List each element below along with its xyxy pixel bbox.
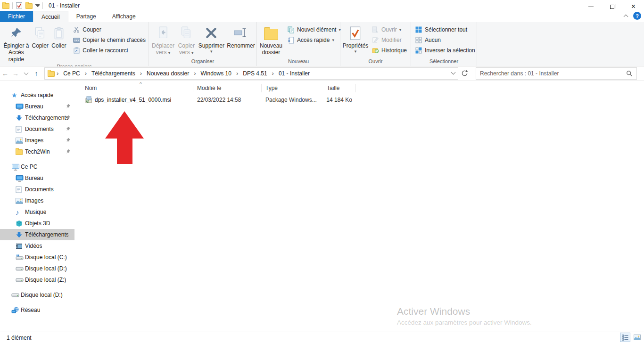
paste-button[interactable]: Coller bbox=[50, 24, 68, 63]
history-button[interactable]: Historique bbox=[370, 45, 409, 56]
msi-package-icon bbox=[85, 96, 92, 104]
breadcrumb-item[interactable]: Téléchargements bbox=[89, 70, 138, 77]
sidebar-item-documents-pc[interactable]: Documents bbox=[0, 184, 74, 195]
button-label: Nouveau dossier bbox=[260, 42, 282, 56]
copy-path-button[interactable]: Copier le chemin d'accès bbox=[71, 35, 148, 45]
collapse-ribbon-icon[interactable] bbox=[624, 15, 628, 19]
quick-access-star-icon: ★ bbox=[11, 91, 21, 99]
breadcrumb-item[interactable]: Nouveau dossier bbox=[144, 70, 192, 77]
select-all-button[interactable]: Sélectionner tout bbox=[413, 24, 477, 35]
sidebar-item-telechargements-qa[interactable]: Téléchargements bbox=[0, 112, 74, 123]
ribbon: Épingler à Accès rapide Copier Coller bbox=[0, 22, 644, 66]
breadcrumb-chevron-icon[interactable]: › bbox=[139, 70, 143, 77]
invert-selection-button[interactable]: Inverser la sélection bbox=[413, 45, 477, 56]
sidebar-section-quick-access[interactable]: ★ Accès rapide bbox=[0, 90, 74, 101]
explorer-window-icon bbox=[2, 3, 9, 9]
dropdown-caret-icon: ▾ bbox=[399, 27, 402, 32]
help-icon[interactable]: ? bbox=[633, 12, 641, 20]
properties-button[interactable]: Propriétés ▾ bbox=[342, 24, 369, 57]
button-label: Copier bbox=[32, 42, 48, 49]
tab-partage[interactable]: Partage bbox=[68, 11, 104, 22]
sidebar-section-disque-d[interactable]: Disque local (D:) bbox=[0, 289, 74, 301]
breadcrumb-item[interactable]: Windows 10 bbox=[198, 70, 234, 77]
sidebar-item-documents-qa[interactable]: Documents bbox=[0, 123, 74, 135]
new-folder-button[interactable]: Nouveau dossier bbox=[259, 24, 283, 57]
rename-button[interactable]: Renommer bbox=[226, 24, 256, 57]
breadcrumb-chevron-icon[interactable]: › bbox=[235, 70, 239, 77]
move-to-button[interactable]: Déplacer vers ▾ bbox=[151, 24, 175, 57]
sidebar-item-tech2win[interactable]: Tech2Win bbox=[0, 146, 74, 157]
sidebar-item-telechargements-pc[interactable]: Téléchargements bbox=[0, 229, 74, 240]
breadcrumb-chevron-icon[interactable]: › bbox=[193, 70, 197, 77]
breadcrumb-item[interactable]: Ce PC bbox=[60, 70, 83, 77]
sidebar-item-bureau[interactable]: Bureau bbox=[0, 101, 74, 112]
sidebar-item-musique[interactable]: ♪ Musique bbox=[0, 206, 74, 218]
move-to-icon bbox=[157, 25, 169, 41]
sidebar-item-bureau-pc[interactable]: Bureau bbox=[0, 172, 74, 184]
sidebar-item-objets-3d[interactable]: Objets 3D bbox=[0, 218, 74, 229]
button-label: Inverser la sélection bbox=[425, 47, 475, 54]
sidebar-item-videos[interactable]: Vidéos bbox=[0, 240, 74, 252]
edit-button[interactable]: Modifier bbox=[370, 35, 409, 45]
sidebar-section-ce-pc[interactable]: Ce PC bbox=[0, 161, 74, 172]
new-item-button[interactable]: Nouvel élément ▾ bbox=[285, 24, 343, 35]
up-button[interactable]: ↑ bbox=[31, 70, 41, 77]
sidebar-item-images-pc[interactable]: Images bbox=[0, 195, 74, 206]
column-header-type[interactable]: Type bbox=[262, 84, 318, 92]
breadcrumb-item[interactable]: 01 - Installer bbox=[276, 70, 313, 77]
sidebar-item-disque-z[interactable]: Disque local (Z:) bbox=[0, 274, 74, 286]
select-none-button[interactable]: Aucun bbox=[413, 35, 477, 45]
copy-button[interactable]: Copier bbox=[31, 24, 50, 63]
sort-ascending-icon[interactable]: ^ bbox=[140, 82, 142, 87]
tab-accueil[interactable]: Accueil bbox=[33, 11, 68, 22]
tab-affichage[interactable]: Affichage bbox=[104, 11, 144, 22]
new-folder-quick-button[interactable] bbox=[25, 3, 33, 9]
customize-toolbar-caret-icon[interactable] bbox=[35, 4, 40, 7]
breadcrumb-chevron-icon[interactable]: › bbox=[271, 70, 275, 77]
quick-access-button[interactable]: Accès rapide ▾ bbox=[285, 35, 343, 45]
search-icon[interactable] bbox=[626, 70, 633, 77]
breadcrumb-item[interactable]: DPS 4.51 bbox=[240, 70, 270, 77]
sidebar-item-disque-d[interactable]: Disque local (D:) bbox=[0, 263, 74, 274]
forward-button[interactable]: → bbox=[10, 70, 21, 77]
paste-shortcut-button[interactable]: Coller le raccourci bbox=[71, 45, 148, 56]
restore-icon bbox=[610, 5, 614, 9]
toolbar-separator bbox=[12, 2, 13, 9]
column-header-nom[interactable]: Nom bbox=[74, 84, 193, 92]
details-view-toggle[interactable] bbox=[620, 333, 630, 342]
back-button[interactable]: ← bbox=[0, 70, 10, 77]
button-label: Historique bbox=[381, 47, 407, 54]
button-label: Renommer bbox=[227, 42, 255, 49]
refresh-button[interactable] bbox=[461, 70, 468, 77]
tab-fichier[interactable]: Fichier bbox=[0, 11, 33, 22]
pushpin-icon bbox=[10, 25, 22, 41]
history-icon bbox=[372, 47, 379, 54]
breadcrumb-chevron-icon[interactable]: › bbox=[56, 70, 59, 77]
delete-button[interactable]: Supprimer ▾ bbox=[198, 24, 225, 57]
sidebar-item-disque-c[interactable]: Disque local (C:) bbox=[0, 252, 74, 263]
recent-locations-caret-icon[interactable] bbox=[21, 70, 31, 77]
thumbnails-view-toggle[interactable] bbox=[632, 333, 642, 342]
sidebar-section-reseau[interactable]: Réseau bbox=[0, 304, 74, 316]
search-input[interactable] bbox=[480, 70, 626, 77]
sidebar-item-images-qa[interactable]: Images bbox=[0, 135, 74, 146]
open-button[interactable]: Ouvrir ▾ bbox=[370, 24, 409, 35]
breadcrumb-chevron-icon[interactable]: › bbox=[84, 70, 88, 77]
computer-icon bbox=[11, 163, 21, 171]
properties-quick-button[interactable] bbox=[16, 2, 23, 9]
address-dropdown-caret-icon[interactable] bbox=[452, 70, 455, 77]
copy-to-button[interactable]: Copier vers ▾ bbox=[176, 24, 197, 57]
breadcrumb[interactable]: › Ce PC › Téléchargements › Nouveau doss… bbox=[44, 67, 458, 80]
minimize-icon bbox=[588, 7, 594, 7]
clipboard-icon bbox=[54, 25, 64, 41]
file-explorer-window: 01 - Installer × Fichier Accueil Partage… bbox=[0, 0, 644, 343]
cut-button[interactable]: Couper bbox=[71, 24, 148, 35]
downloads-icon bbox=[16, 114, 25, 122]
pin-icon bbox=[66, 138, 71, 143]
pin-icon bbox=[66, 104, 71, 109]
pin-to-quick-access-button[interactable]: Épingler à Accès rapide bbox=[2, 24, 31, 63]
button-label: Coller bbox=[51, 42, 66, 49]
column-header-modifie[interactable]: Modifié le bbox=[193, 84, 262, 92]
column-header-taille[interactable]: Taille bbox=[318, 84, 356, 92]
file-row[interactable]: dps_installer_v4_51_0000.msi 22/03/2022 … bbox=[74, 94, 644, 106]
